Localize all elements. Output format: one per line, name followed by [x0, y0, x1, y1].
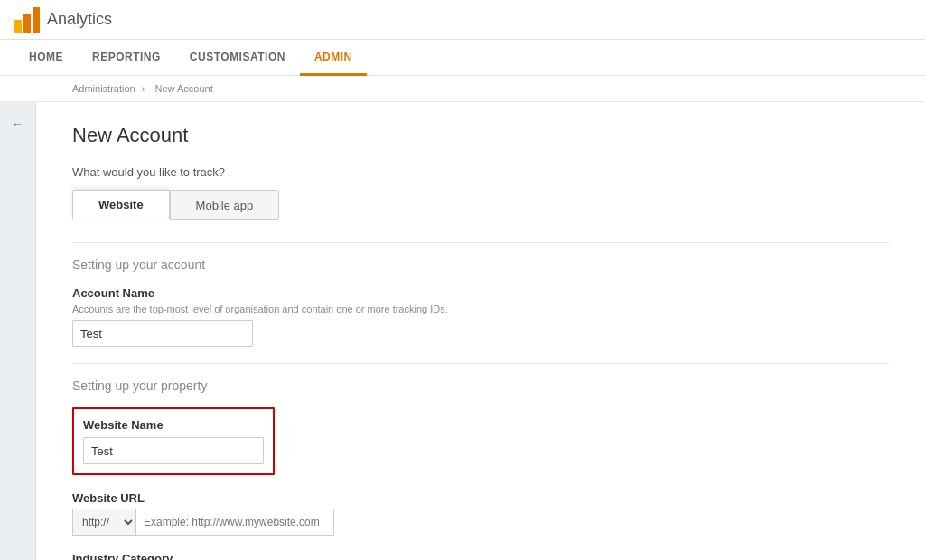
svg-rect-0	[14, 20, 22, 33]
content-area: New Account What would you like to track…	[36, 102, 925, 560]
website-url-label: Website URL	[72, 491, 889, 505]
website-name-input[interactable]	[83, 437, 264, 464]
url-protocol-select[interactable]: http:// https://	[72, 509, 135, 536]
track-website-button[interactable]: Website	[72, 190, 170, 220]
section-property-title: Setting up your property	[72, 378, 889, 393]
sidebar-toggle-button[interactable]: ←	[12, 117, 24, 131]
website-url-input[interactable]	[135, 509, 334, 536]
industry-category-label: Industry Category	[72, 552, 889, 560]
svg-rect-1	[23, 14, 31, 33]
breadcrumb: Administration › New Account	[0, 76, 925, 102]
main-layout: ← New Account What would you like to tra…	[0, 102, 925, 560]
sidebar: ←	[0, 102, 36, 560]
header: Analytics	[0, 0, 925, 40]
breadcrumb-separator: ›	[142, 83, 145, 94]
section-account-title: Setting up your account	[72, 257, 889, 272]
nav-item-customisation[interactable]: CUSTOMISATION	[175, 40, 300, 76]
account-name-hint: Accounts are the top-most level of organ…	[72, 303, 889, 314]
logo-container: Analytics	[14, 7, 112, 33]
page-title: New Account	[72, 124, 889, 147]
industry-category-group: Industry Category Select One ▾	[72, 552, 889, 560]
breadcrumb-current: New Account	[155, 83, 213, 94]
account-name-label: Account Name	[72, 286, 889, 300]
svg-rect-2	[33, 7, 40, 33]
website-url-group: Website URL http:// https://	[72, 491, 889, 536]
breadcrumb-parent[interactable]: Administration	[72, 83, 135, 94]
section-divider-property	[72, 363, 889, 364]
app-title: Analytics	[47, 10, 112, 29]
website-name-label: Website Name	[83, 418, 264, 432]
track-mobile-button[interactable]: Mobile app	[170, 190, 280, 220]
website-name-highlight-box: Website Name	[72, 407, 275, 475]
account-name-input[interactable]	[72, 320, 253, 347]
nav-item-admin[interactable]: ADMIN	[300, 40, 367, 76]
analytics-logo-icon	[14, 7, 40, 33]
track-question-label: What would you like to track?	[72, 165, 889, 179]
nav-item-home[interactable]: HOME	[14, 40, 78, 76]
nav-bar: HOME REPORTING CUSTOMISATION ADMIN	[0, 40, 925, 76]
section-divider-account	[72, 242, 889, 243]
url-row: http:// https://	[72, 509, 889, 536]
account-name-group: Account Name Accounts are the top-most l…	[72, 286, 889, 347]
nav-item-reporting[interactable]: REPORTING	[78, 40, 175, 76]
track-options: Website Mobile app	[72, 190, 889, 220]
